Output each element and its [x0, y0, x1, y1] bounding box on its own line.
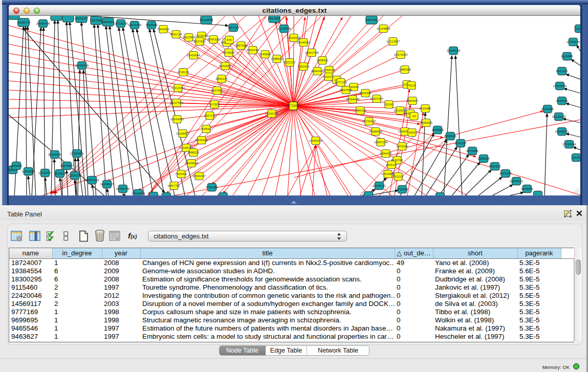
svg-text:1362615: 1362615: [297, 65, 310, 68]
svg-text:4923: 4923: [408, 131, 416, 134]
svg-text:1640954: 1640954: [431, 128, 444, 132]
svg-text:7625402: 7625402: [175, 172, 187, 176]
svg-text:3498222: 3498222: [187, 151, 200, 154]
svg-text:252214: 252214: [393, 175, 404, 178]
svg-text:6794028: 6794028: [323, 69, 335, 72]
svg-text:64: 64: [412, 115, 416, 118]
svg-text:2867608: 2867608: [235, 44, 247, 47]
svg-text:30975867: 30975867: [60, 164, 74, 167]
svg-text:7663822: 7663822: [157, 28, 169, 31]
svg-text:16154808: 16154808: [377, 27, 390, 30]
svg-text:19384554: 19384554: [309, 139, 323, 142]
svg-text:116753: 116753: [571, 156, 580, 159]
svg-text:10654112: 10654112: [510, 180, 524, 183]
svg-text:8938923: 8938923: [444, 135, 456, 138]
svg-text:9245652: 9245652: [521, 187, 533, 190]
svg-text:19218506: 19218506: [277, 27, 291, 30]
svg-text:16591447: 16591447: [192, 174, 206, 178]
svg-text:1615132: 1615132: [385, 163, 398, 166]
svg-text:16640910: 16640910: [297, 41, 311, 44]
svg-text:14055724: 14055724: [17, 21, 31, 24]
svg-text:10553257: 10553257: [75, 17, 89, 20]
svg-text:75115: 75115: [407, 84, 416, 87]
svg-text:9660124: 9660124: [170, 33, 182, 36]
svg-text:16210643: 16210643: [552, 115, 566, 118]
svg-text:8471676: 8471676: [499, 172, 512, 175]
svg-text:8215955: 8215955: [541, 107, 554, 111]
svg-text:18300295: 18300295: [265, 112, 279, 115]
svg-text:1527602: 1527602: [90, 19, 102, 22]
svg-text:7485008: 7485008: [399, 68, 411, 71]
svg-text:20691406: 20691406: [36, 22, 50, 25]
svg-text:10973493: 10973493: [394, 53, 408, 56]
svg-text:11156829: 11156829: [21, 170, 35, 173]
svg-text:7632621: 7632621: [489, 165, 501, 168]
svg-text:11123: 11123: [575, 27, 580, 30]
svg-text:7357224: 7357224: [227, 26, 239, 29]
svg-text:12342757: 12342757: [38, 171, 52, 174]
svg-text:3716485: 3716485: [206, 186, 218, 189]
svg-text:62160: 62160: [385, 103, 394, 106]
svg-text:53594: 53594: [202, 127, 211, 130]
svg-text:1588520: 1588520: [271, 57, 283, 60]
svg-text:1733426: 1733426: [396, 188, 408, 191]
svg-text:1335061: 1335061: [10, 164, 23, 167]
svg-text:6497568: 6497568: [340, 89, 352, 92]
svg-text:546: 546: [227, 38, 232, 41]
svg-text:20206536: 20206536: [48, 153, 62, 156]
svg-text:1244415: 1244415: [556, 99, 568, 102]
svg-text:10807487: 10807487: [370, 97, 384, 100]
svg-text:15751074: 15751074: [567, 40, 580, 43]
svg-text:8878334: 8878334: [195, 139, 208, 142]
svg-text:8912954: 8912954: [183, 36, 195, 39]
svg-text:13325419: 13325419: [287, 36, 301, 39]
svg-text:7886322: 7886322: [354, 109, 366, 112]
svg-text:19654983: 19654983: [170, 118, 184, 121]
svg-text:13226058: 13226058: [195, 34, 209, 37]
svg-text:9474444: 9474444: [466, 149, 478, 152]
svg-text:12213382: 12213382: [171, 86, 185, 90]
svg-text:9146821: 9146821: [259, 53, 271, 56]
svg-text:18807249: 18807249: [374, 141, 388, 144]
svg-text:1975692: 1975692: [396, 145, 408, 148]
svg-text:12093832: 12093832: [553, 84, 567, 87]
svg-text:12213967: 12213967: [386, 40, 400, 43]
svg-text:9327505: 9327505: [193, 40, 206, 43]
svg-text:317006: 317006: [209, 103, 220, 106]
svg-text:6466160: 6466160: [102, 20, 114, 24]
svg-text:8990443: 8990443: [311, 70, 323, 73]
svg-text:9329966: 9329966: [561, 55, 573, 58]
svg-text:22420046: 22420046: [187, 54, 201, 57]
svg-text:17359924: 17359924: [70, 152, 84, 155]
svg-text:7955812: 7955812: [316, 59, 329, 62]
svg-text:9084067: 9084067: [380, 152, 392, 155]
svg-text:19166827: 19166827: [176, 132, 190, 135]
svg-text:3675685: 3675685: [223, 51, 235, 54]
svg-text:10688609: 10688609: [369, 130, 383, 133]
svg-text:16961758: 16961758: [305, 51, 319, 54]
svg-text:14136141: 14136141: [373, 184, 386, 187]
svg-text:12503135: 12503135: [68, 174, 82, 177]
svg-text:16107554: 16107554: [170, 101, 184, 104]
svg-text:2935514: 2935514: [477, 157, 490, 160]
svg-text:10719135: 10719135: [114, 22, 128, 25]
svg-text:16671355: 16671355: [128, 24, 142, 27]
svg-text:2803144: 2803144: [215, 77, 228, 80]
svg-text:8322037: 8322037: [284, 61, 296, 64]
svg-text:6879197: 6879197: [454, 142, 467, 145]
svg-text:16409948: 16409948: [185, 162, 199, 165]
svg-text:8427552: 8427552: [211, 89, 223, 92]
svg-text:9242848: 9242848: [219, 64, 231, 68]
svg-text:15692971: 15692971: [555, 130, 569, 133]
svg-text:20053346: 20053346: [75, 64, 89, 67]
svg-text:8454749: 8454749: [247, 49, 259, 52]
svg-text:2087682: 2087682: [365, 18, 378, 21]
svg-text:9857791: 9857791: [168, 184, 180, 187]
svg-text:8813054: 8813054: [268, 17, 280, 20]
svg-text:12323446: 12323446: [132, 192, 145, 195]
svg-text:16782759: 16782759: [116, 187, 130, 190]
svg-text:9463627: 9463627: [406, 99, 419, 102]
svg-text:8186328: 8186328: [207, 38, 220, 41]
svg-text:17957253: 17957253: [85, 179, 99, 182]
svg-text:9699695: 9699695: [420, 121, 432, 124]
